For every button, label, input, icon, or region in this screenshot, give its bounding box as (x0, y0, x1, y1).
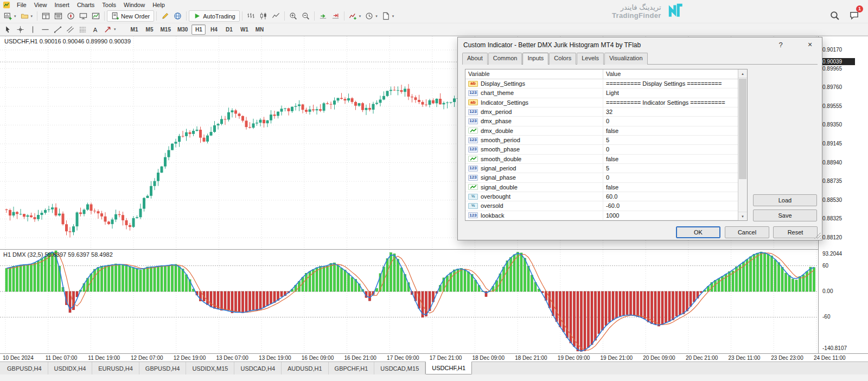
parameter-row[interactable]: 123dmx_period32 (465, 107, 738, 117)
parameter-row[interactable]: abDisplay_Settings========== Display Set… (465, 79, 738, 88)
chart-line-button[interactable] (270, 10, 282, 22)
timeframe-h1[interactable]: H1 (192, 24, 206, 35)
param-value[interactable]: 0 (603, 118, 738, 124)
metaeditor-button[interactable] (159, 10, 171, 22)
parameter-row[interactable]: 123smooth_phase0 (465, 145, 738, 154)
terminal-button[interactable] (77, 10, 90, 22)
param-value[interactable]: 60.0 (603, 193, 738, 200)
column-header-value[interactable]: Value (603, 69, 747, 79)
zoom-in-button[interactable] (287, 10, 299, 22)
navigator-button[interactable] (65, 10, 77, 22)
param-value[interactable]: ========== Display Settings ========== (603, 80, 738, 87)
mql5-community-button[interactable] (171, 10, 184, 22)
menu-view[interactable]: View (30, 1, 51, 9)
parameter-row[interactable]: abIndicator_Settings========== Indicator… (465, 98, 738, 107)
data-window-button[interactable] (52, 10, 65, 22)
parameter-row[interactable]: smooth_doublefalse (465, 155, 738, 164)
dmx-indicator-surface[interactable] (0, 250, 818, 353)
param-value[interactable]: 1000 (603, 212, 738, 219)
chart-tab-gbpusd-h4[interactable]: GBPUSD,H4 (139, 362, 187, 374)
arrows-button[interactable]: ▾ (101, 24, 118, 35)
parameter-row[interactable]: ½oversold-60.0 (465, 201, 738, 211)
parameter-row[interactable]: dmx_doublefalse (465, 126, 738, 136)
new-chart-button[interactable]: ▾ (2, 10, 18, 22)
cancel-button[interactable]: Cancel (725, 226, 769, 238)
chart-tab-eurusd-h4[interactable]: EURUSD,H4 (92, 362, 139, 374)
indicators-list-button[interactable]: ▾ (347, 10, 363, 22)
dialog-tab-about[interactable]: About (462, 53, 488, 65)
chart-tab-usdcad-m15[interactable]: USDCAD,M15 (374, 362, 425, 374)
strategy-tester-button[interactable] (90, 10, 102, 22)
chart-tab-usdcad-h4[interactable]: USDCAD,H4 (234, 362, 282, 374)
chart-tab-usdidx-h4[interactable]: USDIDX,H4 (48, 362, 93, 374)
dialog-help-button[interactable]: ? (771, 37, 790, 52)
time-scale[interactable]: 10 Dec 202411 Dec 07:0011 Dec 19:0012 De… (0, 353, 868, 362)
cursor-button[interactable] (2, 24, 14, 35)
param-value[interactable]: 5 (603, 165, 738, 172)
autotrading-button[interactable]: AutoTrading (189, 10, 240, 22)
chart-bars-button[interactable] (245, 10, 257, 22)
parameter-row[interactable]: 123lookback1000 (465, 211, 738, 220)
scrollbar-up-icon[interactable]: ▲ (738, 69, 747, 78)
column-header-variable[interactable]: Variable (465, 69, 603, 79)
menu-help[interactable]: Help (149, 1, 169, 9)
trendline-button[interactable] (52, 24, 64, 35)
timeframe-m15[interactable]: M15 (158, 24, 174, 35)
timeframe-m1[interactable]: M1 (127, 24, 142, 35)
chart-shift-button[interactable] (329, 10, 342, 22)
chart-tab-audusd-h1[interactable]: AUDUSD,H1 (282, 362, 329, 374)
param-value[interactable]: Light (603, 90, 738, 96)
profiles-button[interactable]: ▾ (18, 10, 35, 22)
dialog-resize-grip[interactable] (814, 232, 821, 239)
parameter-row[interactable]: 123signal_phase0 (465, 173, 738, 182)
dialog-tab-colors[interactable]: Colors (549, 53, 576, 65)
dialog-scrollbar[interactable]: ▲ ▼ (738, 69, 747, 220)
fibonacci-retracement-button[interactable] (76, 24, 89, 35)
save-button[interactable]: Save (753, 209, 817, 221)
dialog-close-button[interactable]: × (800, 37, 820, 52)
chart-candlesticks-button[interactable] (257, 10, 270, 22)
timeframe-m5[interactable]: M5 (143, 24, 157, 35)
crosshair-button[interactable] (14, 24, 27, 35)
param-value[interactable]: ========== Indicator Settings ========== (603, 99, 738, 106)
menu-file[interactable]: File (13, 1, 30, 9)
scrollbar-thumb[interactable] (739, 79, 746, 179)
param-value[interactable]: 32 (603, 109, 738, 115)
dialog-tab-common[interactable]: Common (488, 53, 522, 65)
scrollbar-down-icon[interactable]: ▼ (738, 212, 747, 220)
param-value[interactable]: false (603, 156, 738, 162)
periods-list-button[interactable]: ▾ (363, 10, 380, 22)
dialog-tab-visualization[interactable]: Visualization (604, 53, 648, 65)
vertical-line-button[interactable] (27, 24, 39, 35)
parameter-row[interactable]: 123chart_themeLight (465, 88, 738, 98)
market-watch-button[interactable] (40, 10, 52, 22)
equidistant-channel-button[interactable] (64, 24, 76, 35)
auto-scroll-button[interactable] (317, 10, 329, 22)
ok-button[interactable]: OK (676, 226, 720, 238)
parameter-row[interactable]: 123signal_period5 (465, 164, 738, 173)
timeframe-d1[interactable]: D1 (222, 24, 236, 35)
param-value[interactable]: false (603, 184, 738, 190)
templates-button[interactable]: ▾ (380, 10, 397, 22)
dialog-tab-levels[interactable]: Levels (577, 53, 604, 65)
dialog-titlebar[interactable]: Custom Indicator - Better DMX Jurik Hist… (458, 37, 822, 52)
new-order-button[interactable]: New Order (107, 10, 154, 22)
parameter-row[interactable]: 123dmx_phase0 (465, 117, 738, 126)
param-value[interactable]: 0 (603, 174, 738, 181)
timeframe-h4[interactable]: H4 (207, 24, 221, 35)
param-value[interactable]: -60.0 (603, 202, 738, 209)
parameter-row[interactable]: signal_doublefalse (465, 183, 738, 192)
dialog-tab-inputs[interactable]: Inputs (522, 53, 548, 65)
load-button[interactable]: Load (753, 194, 817, 206)
reset-button[interactable]: Reset (773, 226, 818, 238)
horizontal-line-button[interactable] (39, 24, 52, 35)
menu-window[interactable]: Window (120, 1, 149, 9)
chart-tab-gbpusd-h4[interactable]: GBPUSD,H4 (1, 362, 48, 374)
search-icon[interactable] (830, 11, 840, 21)
menu-insert[interactable]: Insert (50, 1, 73, 9)
text-label-button[interactable]: A (89, 24, 101, 35)
chart-tab-usdchf-h1[interactable]: USDCHF,H1 (425, 361, 472, 374)
parameter-row[interactable]: 123smooth_period5 (465, 136, 738, 145)
chart-tab-usdidx-m15[interactable]: USDIDX,M15 (186, 362, 234, 374)
timeframe-m30[interactable]: M30 (175, 24, 190, 35)
